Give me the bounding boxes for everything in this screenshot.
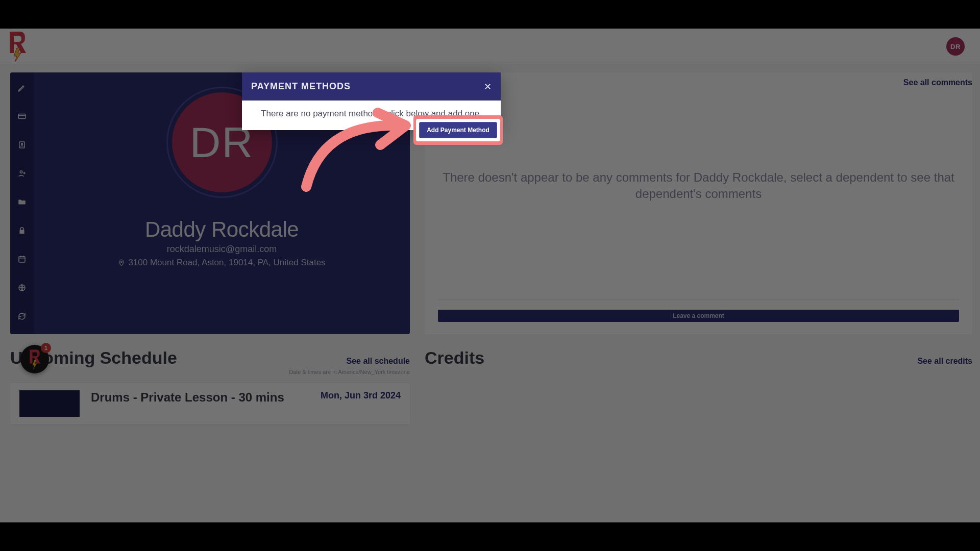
letterbox-bottom xyxy=(0,522,980,551)
close-icon[interactable]: ✕ xyxy=(484,81,492,92)
app-frame: DR DR Daddy Roc xyxy=(0,29,980,522)
letterbox-top xyxy=(0,0,980,29)
add-payment-method-button[interactable]: Add Payment Method xyxy=(419,122,497,138)
modal-title: PAYMENT METHODS xyxy=(251,81,351,92)
add-payment-highlight: Add Payment Method xyxy=(413,115,503,145)
add-payment-inner: Add Payment Method xyxy=(416,119,500,141)
modal-header: PAYMENT METHODS ✕ xyxy=(242,72,501,101)
add-payment-method-label: Add Payment Method xyxy=(427,127,489,134)
annotation-arrow-icon xyxy=(291,105,424,192)
